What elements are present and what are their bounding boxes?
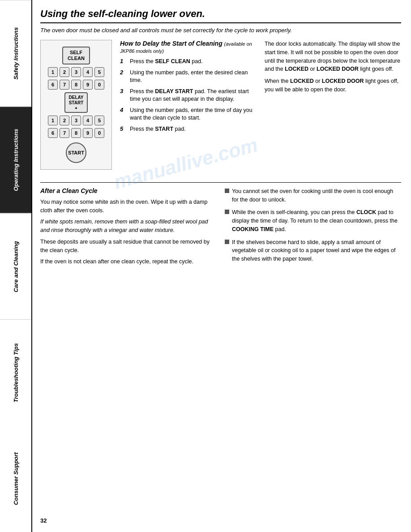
page-number: 32 — [40, 510, 401, 524]
key-2: 2 — [60, 67, 69, 77]
bullet-text-3: If the shelves become hard to slide, app… — [232, 238, 401, 263]
key-5: 5 — [94, 67, 104, 77]
bullet-text-2: While the oven is self-cleaning, you can… — [232, 208, 401, 233]
key-1: 1 — [48, 67, 58, 77]
after-clean-p-4: If the oven is not clean after one clean… — [40, 257, 217, 266]
key-8: 8 — [71, 80, 81, 90]
bullet-item-3: If the shelves become hard to slide, app… — [225, 238, 401, 263]
key-9b: 9 — [83, 128, 93, 138]
after-clean-p-1: You may notice some white ash in the ove… — [40, 198, 217, 215]
after-clean-p-2: If white spots remain, remove them with … — [40, 218, 217, 235]
bullet-text-1: You cannot set the oven for cooking unti… — [232, 187, 401, 204]
sidebar-item-safety-instructions: Safety Instructions — [0, 0, 31, 107]
step-number-5: 5 — [120, 125, 127, 132]
self-clean-button: SELFCLEAN — [62, 47, 90, 64]
how-to-title: How to Delay the Start of Cleaning (avai… — [120, 40, 257, 54]
step-text-2: Using the number pads, enter the desired… — [130, 69, 257, 85]
main-content: Using the self-cleaning lower oven. The … — [32, 0, 411, 532]
oven-diagram: SELFCLEAN 1 2 3 4 5 6 7 8 9 0 DELAYSTART… — [40, 40, 112, 170]
steps-list: 1 Press the SELF CLEAN pad.2 Using the n… — [120, 58, 257, 133]
step-text-5: Press the START pad. — [130, 125, 186, 133]
keypad-row-2: 6 7 8 9 0 — [48, 80, 104, 90]
delay-start-button: DELAYSTART — [64, 92, 88, 113]
key-9: 9 — [83, 80, 93, 90]
how-to-section: How to Delay the Start of Cleaning (avai… — [120, 40, 257, 170]
step-number-3: 3 — [120, 88, 127, 94]
key-0: 0 — [94, 80, 104, 90]
step-4: 4 Using the number pads, enter the time … — [120, 107, 257, 122]
step-number-4: 4 — [120, 107, 127, 113]
key-3b: 3 — [71, 116, 81, 125]
step-text-4: Using the number pads, enter the time of… — [130, 107, 257, 122]
bullet-icon-3 — [225, 240, 229, 244]
sidebar-item-consumer-support: Consumer Support — [0, 426, 31, 532]
bottom-section: After a Clean Cycle You may notice some … — [40, 187, 401, 269]
step-text-3: Press the DELAY START pad. The earliest … — [130, 88, 257, 103]
key-7b: 7 — [60, 128, 69, 138]
keypad-row-1: 1 2 3 4 5 — [48, 67, 104, 77]
key-4: 4 — [83, 67, 93, 77]
page-subtitle: The oven door must be closed and all con… — [40, 27, 401, 34]
after-clean-title: After a Clean Cycle — [40, 187, 217, 194]
step-2: 2 Using the number pads, enter the desir… — [120, 69, 257, 85]
bullet-item-1: You cannot set the oven for cooking unti… — [225, 187, 401, 204]
sidebar-item-operating-instructions: Operating Instructions — [0, 107, 31, 213]
key-2b: 2 — [60, 116, 69, 125]
bullet-icon-1 — [225, 189, 229, 193]
key-8b: 8 — [71, 128, 81, 138]
key-1b: 1 — [48, 116, 58, 125]
key-5b: 5 — [94, 116, 104, 125]
how-to-title-main: How to Delay the Start of Cleaning — [120, 40, 223, 47]
section-divider — [40, 182, 401, 183]
how-to-right-p-2: When the LOCKED or LOCKED DOOR light goe… — [265, 77, 401, 94]
key-6b: 6 — [48, 128, 58, 138]
how-to-right-p-1: The door locks automatically. The displa… — [265, 40, 401, 73]
step-1: 1 Press the SELF CLEAN pad. — [120, 58, 257, 66]
after-clean-bullets: You cannot set the oven for cooking unti… — [225, 187, 401, 269]
start-button: START — [66, 142, 86, 163]
key-7: 7 — [60, 80, 69, 90]
bullet-item-2: While the oven is self-cleaning, you can… — [225, 208, 401, 233]
how-to-right: The door locks automatically. The displa… — [265, 40, 401, 170]
key-6: 6 — [48, 80, 58, 90]
top-section: SELFCLEAN 1 2 3 4 5 6 7 8 9 0 DELAYSTART… — [40, 40, 401, 170]
sidebar: Safety InstructionsOperating Instruction… — [0, 0, 32, 532]
step-number-1: 1 — [120, 58, 127, 64]
sidebar-item-troubleshooting-tips: Troubleshooting Tips — [0, 319, 31, 426]
step-3: 3 Press the DELAY START pad. The earlies… — [120, 88, 257, 103]
after-clean-p-3: These deposits are usually a salt residu… — [40, 238, 217, 255]
after-clean-section: After a Clean Cycle You may notice some … — [40, 187, 217, 269]
keypad-row-3: 1 2 3 4 5 — [48, 116, 104, 125]
key-0b: 0 — [94, 128, 104, 138]
step-text-1: Press the SELF CLEAN pad. — [130, 58, 203, 66]
step-5: 5 Press the START pad. — [120, 125, 257, 133]
page-title: Using the self-cleaning lower oven. — [40, 8, 401, 23]
sidebar-item-care-and-cleaning: Care and Cleaning — [0, 213, 31, 320]
step-number-2: 2 — [120, 69, 127, 76]
key-3: 3 — [71, 67, 81, 77]
bullet-icon-2 — [225, 210, 229, 214]
key-4b: 4 — [83, 116, 93, 125]
keypad-row-4: 6 7 8 9 0 — [48, 128, 104, 138]
